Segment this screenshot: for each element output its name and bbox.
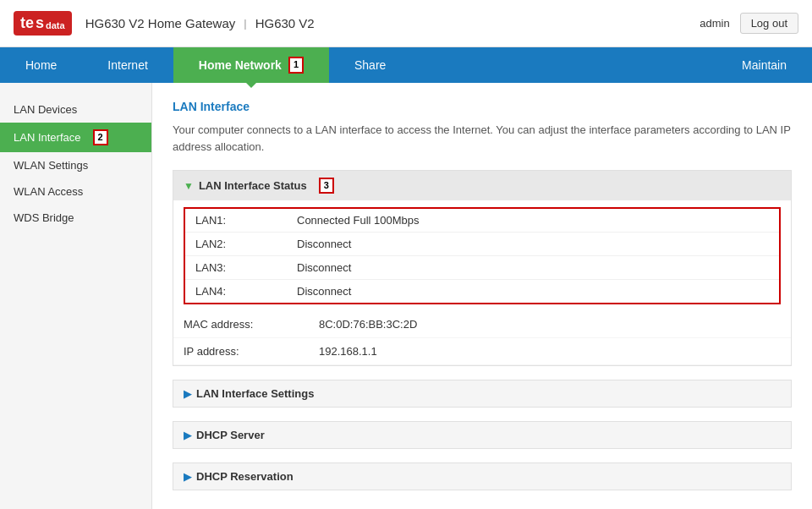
nav-item-share[interactable]: Share	[329, 47, 411, 83]
nav-home-network-badge: 1	[288, 57, 304, 73]
header: tes data HG630 V2 Home Gateway | HG630 V…	[0, 0, 812, 47]
sidebar-item-wlan-settings[interactable]: WLAN Settings	[0, 152, 151, 178]
sidebar: LAN Devices LAN Interface 2 WLAN Setting…	[0, 83, 152, 509]
logo-data-text: data	[46, 20, 65, 30]
sidebar-wlan-access-label: WLAN Access	[14, 185, 83, 198]
content-area: LAN Interface Your computer connects to …	[152, 83, 812, 509]
logout-button[interactable]: Log out	[740, 13, 798, 34]
sidebar-wds-bridge-label: WDS Bridge	[14, 211, 74, 224]
lan2-value: Disconnect	[297, 238, 351, 250]
section-lan-interface-status: ▼ LAN Interface Status 3 LAN1: Connected…	[173, 170, 792, 366]
section-label-status: LAN Interface Status	[199, 179, 307, 192]
header-right: admin Log out	[700, 13, 798, 34]
lan3-label: LAN3:	[195, 261, 297, 274]
sidebar-lan-devices-label: LAN Devices	[14, 103, 77, 116]
nav-item-home-network[interactable]: Home Network 1	[173, 47, 329, 83]
nav-item-home[interactable]: Home	[0, 47, 82, 83]
section-dhcp-server-header[interactable]: ▶ DHCP Server	[173, 422, 791, 448]
sidebar-item-lan-interface[interactable]: LAN Interface 2	[0, 123, 151, 152]
section-dhcp-reservation-header[interactable]: ▶ DHCP Reservation	[173, 463, 791, 490]
header-divider: |	[244, 17, 246, 30]
logo-s-text: s	[36, 14, 44, 32]
main-nav: Home Internet Home Network 1 Share Maint…	[0, 47, 812, 83]
sidebar-wlan-settings-label: WLAN Settings	[14, 159, 88, 172]
page-description: Your computer connects to a LAN interfac…	[173, 122, 792, 155]
section-label-dhcp-res: DHCP Reservation	[196, 470, 294, 483]
nav-item-internet[interactable]: Internet	[82, 47, 173, 83]
section-arrow-status: ▼	[184, 180, 194, 192]
section-dhcp-reservation: ▶ DHCP Reservation	[173, 462, 792, 490]
section-arrow-dhcp: ▶	[184, 430, 191, 441]
section-arrow-settings: ▶	[184, 388, 191, 400]
mac-label: MAC address:	[184, 318, 319, 331]
section-label-settings: LAN Interface Settings	[196, 387, 314, 400]
nav-spacer	[411, 47, 716, 83]
lan1-row: LAN1: Connected Full 100Mbps	[185, 209, 779, 233]
lan4-label: LAN4:	[195, 285, 297, 298]
section-status-badge: 3	[319, 178, 334, 194]
section-lan-interface-settings: ▶ LAN Interface Settings	[173, 380, 792, 408]
logo: tes data	[14, 11, 72, 36]
section-lan-settings-header[interactable]: ▶ LAN Interface Settings	[173, 380, 791, 407]
lan1-label: LAN1:	[195, 214, 297, 227]
sidebar-lan-interface-label: LAN Interface	[14, 131, 81, 144]
logo-box: tes data	[14, 11, 72, 36]
section-label-dhcp: DHCP Server	[196, 429, 265, 441]
sidebar-item-lan-devices[interactable]: LAN Devices	[0, 96, 151, 123]
mac-value: 8C:0D:76:BB:3C:2D	[319, 318, 417, 331]
lan3-row: LAN3: Disconnect	[185, 256, 779, 280]
lan4-value: Disconnect	[297, 285, 351, 298]
nav-home-network-label: Home Network	[199, 58, 282, 72]
page-title: LAN Interface	[173, 100, 792, 113]
section-arrow-dhcp-res: ▶	[184, 471, 191, 483]
sidebar-lan-interface-badge: 2	[93, 129, 108, 145]
mac-address-row: MAC address: 8C:0D:76:BB:3C:2D	[173, 311, 791, 338]
lan-status-table: LAN1: Connected Full 100Mbps LAN2: Disco…	[184, 207, 781, 304]
lan2-label: LAN2:	[195, 238, 297, 250]
nav-item-maintain[interactable]: Maintain	[716, 47, 812, 83]
section-lan-status-body: LAN1: Connected Full 100Mbps LAN2: Disco…	[173, 207, 791, 365]
main-layout: LAN Devices LAN Interface 2 WLAN Setting…	[0, 83, 812, 509]
ip-value: 192.168.1.1	[319, 345, 377, 358]
section-dhcp-server: ▶ DHCP Server	[173, 421, 792, 449]
header-model: HG630 V2	[255, 16, 315, 30]
header-title: HG630 V2 Home Gateway	[85, 16, 236, 30]
sidebar-item-wds-bridge[interactable]: WDS Bridge	[0, 205, 151, 231]
ip-label: IP address:	[184, 345, 319, 358]
ip-address-row: IP address: 192.168.1.1	[173, 338, 791, 365]
lan2-row: LAN2: Disconnect	[185, 233, 779, 256]
lan3-value: Disconnect	[297, 261, 351, 274]
sidebar-item-wlan-access[interactable]: WLAN Access	[0, 178, 151, 205]
lan1-value: Connected Full 100Mbps	[297, 214, 420, 227]
lan4-row: LAN4: Disconnect	[185, 280, 779, 303]
section-lan-interface-status-header[interactable]: ▼ LAN Interface Status 3	[173, 171, 791, 200]
admin-label: admin	[700, 17, 729, 30]
logo-te-text: te	[20, 14, 34, 32]
